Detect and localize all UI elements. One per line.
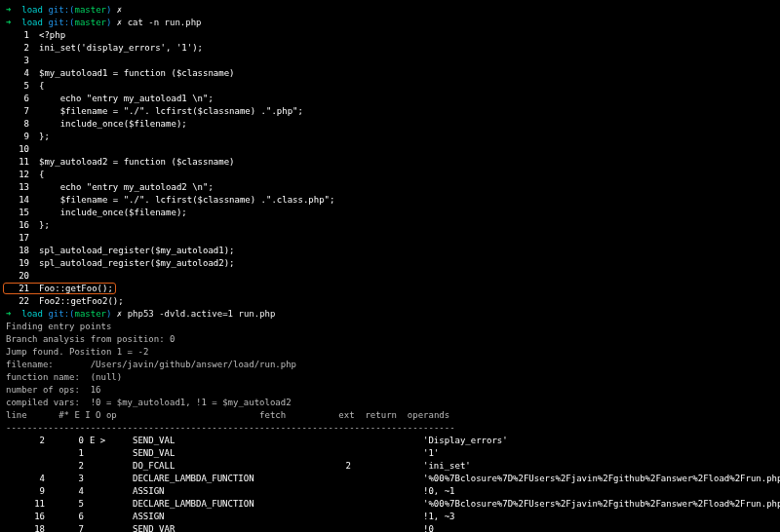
opcode-row: 94ASSIGN!0, ~1 xyxy=(6,485,774,498)
opcode-row: 115DECLARE_LAMBDA_FUNCTION'%00%7Bclosure… xyxy=(6,498,774,511)
line-number: 19 xyxy=(6,257,39,270)
code-text: include_once($filename); xyxy=(39,208,187,217)
opcode: DECLARE_LAMBDA_FUNCTION xyxy=(127,473,312,485)
prompt-arrow-icon: ➜ xyxy=(6,5,11,15)
src-line: 4 xyxy=(6,473,55,485)
code-text: echo "entry my_autoload1 \n"; xyxy=(39,94,214,103)
code-text: }; xyxy=(39,132,50,141)
prompt-branch: master xyxy=(74,18,106,27)
dirty-icon: ✗ xyxy=(117,18,122,27)
ext: 2 xyxy=(312,460,351,473)
code-line: 17 xyxy=(6,232,774,245)
line-number: 18 xyxy=(6,245,39,257)
operands: '%00%7Bclosure%7D%2FUsers%2Fjavin%2Fgith… xyxy=(410,498,780,511)
analysis-line: number of ops: 16 xyxy=(6,384,774,397)
line-number: 8 xyxy=(6,118,39,131)
op-index: 1 xyxy=(55,447,84,460)
opcode: SEND_VAR xyxy=(127,523,312,532)
line-number: 9 xyxy=(6,131,39,143)
code-text: $filename = "./". lcfirst($classname) ."… xyxy=(39,195,334,205)
code-text: spl_autoload_register($my_autoload1); xyxy=(39,246,234,255)
analysis-line: Jump found. Position 1 = -2 xyxy=(6,346,774,359)
code-text: { xyxy=(39,170,44,179)
code-line: 4$my_autoload1 = function ($classname) xyxy=(6,67,774,80)
line-number: 1 xyxy=(6,29,39,42)
code-line: 15 include_once($filename); xyxy=(6,207,774,219)
prompt-arrow-icon: ➜ xyxy=(6,18,11,27)
analysis-line: Branch analysis from position: 0 xyxy=(6,333,774,346)
operands: !0 xyxy=(410,523,434,532)
opcode: SEND_VAL xyxy=(127,435,312,447)
opcode: ASSIGN xyxy=(127,485,312,498)
code-text: echo "entry my_autoload2 \n"; xyxy=(39,182,214,192)
op-index: 4 xyxy=(55,485,84,498)
prompt-line-1: ➜ load git:(master) ✗ xyxy=(6,4,774,17)
code-text: Foo::getFoo(); xyxy=(39,284,113,293)
op-index: 2 xyxy=(55,460,84,473)
code-line: 13 echo "entry my_autoload2 \n"; xyxy=(6,181,774,194)
prompt-line-php: ➜ load git:(master) ✗ php53 -dvld.active… xyxy=(6,308,774,321)
code-text: $my_autoload1 = function ($classname) xyxy=(39,68,234,78)
dirty-icon: ✗ xyxy=(117,309,122,319)
op-index: 7 xyxy=(55,523,84,532)
code-text: spl_autoload_register($my_autoload2); xyxy=(39,258,234,268)
code-line: 6 echo "entry my_autoload1 \n"; xyxy=(6,93,774,105)
divider: ----------------------------------------… xyxy=(6,422,774,435)
prompt-branch: master xyxy=(74,5,106,15)
analysis-line: filename: /Users/javin/github/answer/loa… xyxy=(6,359,774,371)
prompt-close: ) xyxy=(106,5,111,15)
code-line: 5{ xyxy=(6,80,774,93)
line-number: 15 xyxy=(6,207,39,219)
opcode-row: 1SEND_VAL'1' xyxy=(6,447,774,460)
line-number: 7 xyxy=(6,105,39,118)
opcode-row: 187SEND_VAR!0 xyxy=(6,523,774,532)
src-line: 9 xyxy=(6,485,55,498)
command-php: php53 -dvld.active=1 run.php xyxy=(128,309,276,319)
opcode-row: 20E >SEND_VAL'Display_errors' xyxy=(6,435,774,447)
highlighted-code-line: 21Foo::getFoo(); xyxy=(6,283,774,295)
prompt-close: ) xyxy=(106,309,111,319)
analysis-line: function name: (null) xyxy=(6,371,774,384)
code-line: 1<?php xyxy=(6,29,774,42)
vld-analysis-header: Finding entry pointsBranch analysis from… xyxy=(6,321,774,409)
analysis-line: Finding entry points xyxy=(6,321,774,333)
operands: !1, ~3 xyxy=(410,511,455,523)
code-text: }; xyxy=(39,220,50,230)
opcode: SEND_VAL xyxy=(127,447,312,460)
line-number: 17 xyxy=(6,232,39,245)
code-line: 19spl_autoload_register($my_autoload2); xyxy=(6,257,774,270)
line-number: 16 xyxy=(6,219,39,232)
code-line: 22Foo2::getFoo2(); xyxy=(6,295,774,308)
opcode-table-header: line #* E I O op fetch ext return operan… xyxy=(6,409,774,422)
code-line: 20 xyxy=(6,270,774,283)
terminal-window[interactable]: ➜ load git:(master) ✗ ➜ load git:(master… xyxy=(0,0,780,532)
code-text: { xyxy=(39,81,44,91)
code-line: 18spl_autoload_register($my_autoload1); xyxy=(6,245,774,257)
op-index: 0 xyxy=(55,435,84,447)
line-number: 20 xyxy=(6,270,39,283)
eio: E > xyxy=(84,435,127,447)
src-line: 2 xyxy=(6,435,55,447)
opcode: ASSIGN xyxy=(127,511,312,523)
code-text: include_once($filename); xyxy=(39,119,187,129)
prompt-git: git:( xyxy=(48,18,74,27)
operands: '%00%7Bclosure%7D%2FUsers%2Fjavin%2Fgith… xyxy=(410,473,780,485)
line-number: 6 xyxy=(6,93,39,105)
code-line: 2ini_set('display_errors', '1'); xyxy=(6,42,774,55)
opcode-row: 166ASSIGN!1, ~3 xyxy=(6,511,774,523)
code-output: 1<?php2ini_set('display_errors', '1');34… xyxy=(6,29,774,283)
opcode-row: 43DECLARE_LAMBDA_FUNCTION'%00%7Bclosure%… xyxy=(6,473,774,485)
src-line: 16 xyxy=(6,511,55,523)
line-number: 13 xyxy=(6,181,39,194)
command-cat: cat -n run.php xyxy=(128,18,202,27)
opcode-row: 2DO_FCALL2'ini_set' xyxy=(6,460,774,473)
op-index: 6 xyxy=(55,511,84,523)
line-number: 12 xyxy=(6,169,39,181)
code-text: ini_set('display_errors', '1'); xyxy=(39,43,203,53)
line-number: 4 xyxy=(6,67,39,80)
op-index: 3 xyxy=(55,473,84,485)
prompt-git: git:( xyxy=(48,309,74,319)
prompt-git: git:( xyxy=(48,5,74,15)
code-line: 8 include_once($filename); xyxy=(6,118,774,131)
code-text: $my_autoload2 = function ($classname) xyxy=(39,157,234,167)
